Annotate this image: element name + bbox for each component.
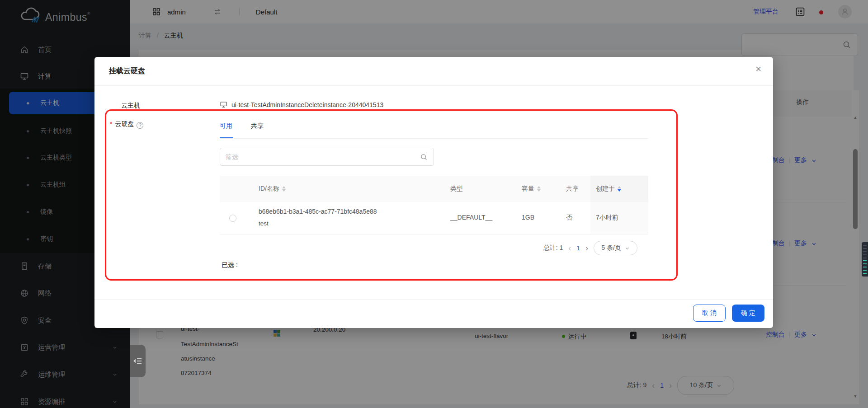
cancel-button[interactable]: 取消 — [693, 305, 726, 322]
modal-title: 挂载云硬盘 — [109, 66, 145, 76]
volume-filter-input-wrap — [220, 148, 434, 166]
volume-table-header: ID/名称 类型 容量 共享 创建于 — [220, 176, 648, 202]
tab-available[interactable]: 可用 — [220, 122, 232, 130]
column-size[interactable]: 容量 — [522, 185, 541, 193]
next-page-button[interactable]: › — [585, 244, 588, 252]
column-id-name[interactable]: ID/名称 — [259, 185, 286, 193]
monitor-icon — [220, 101, 227, 108]
required-mark: * — [110, 120, 112, 127]
feedback-tab[interactable] — [862, 242, 868, 277]
volume-id: b68eb6b1-b3a1-485c-ac77-71bfc48a5e88 — [259, 208, 377, 215]
instance-field-label: 云主机 — [121, 102, 140, 110]
column-shared: 共享 — [566, 185, 579, 193]
volume-type: __DEFAULT__ — [450, 214, 492, 221]
help-icon[interactable]: ? — [137, 122, 143, 129]
modal-footer-divider — [94, 299, 773, 300]
volume-shared: 否 — [566, 214, 572, 222]
disk-field-label: *云硬盘? — [110, 120, 143, 129]
prev-page-button[interactable]: ‹ — [568, 244, 571, 252]
column-created[interactable]: 创建于 — [596, 185, 621, 193]
page-size-select[interactable]: 5 条/页 — [594, 241, 637, 255]
close-icon[interactable]: × — [755, 64, 761, 74]
volume-filter-input[interactable] — [226, 149, 415, 165]
volume-pagination: 总计: 1 ‹ 1 › 5 条/页 — [220, 241, 637, 255]
attach-volume-modal: 挂载云硬盘 × 云主机 ui-test-TestAdminInstanceDel… — [94, 57, 773, 328]
current-page[interactable]: 1 — [576, 244, 580, 252]
chevron-down-icon — [625, 246, 630, 251]
modal-header: 挂载云硬盘 × — [94, 57, 773, 86]
column-type: 类型 — [450, 185, 463, 193]
volume-created: 7小时前 — [596, 214, 618, 222]
confirm-button[interactable]: 确定 — [732, 305, 764, 322]
tab-bottom-border — [220, 138, 648, 139]
sort-icon-active[interactable] — [618, 186, 621, 192]
tab-shared[interactable]: 共享 — [251, 122, 264, 130]
volume-name: test — [259, 220, 269, 227]
volume-size: 1GB — [522, 214, 534, 221]
collapse-panel-handle[interactable] — [130, 345, 146, 377]
app-root: Animbus® 首页 计算 ● 云主机 ● 云主机快照 ● 云主机类型 — [0, 0, 868, 408]
instance-field-value: ui-test-TestAdminInstanceDeleteinstance-… — [220, 101, 383, 108]
selected-label: 已选 : — [222, 261, 238, 269]
search-icon[interactable] — [420, 153, 428, 161]
volume-table-row[interactable]: b68eb6b1-b3a1-485c-ac77-71bfc48a5e88 tes… — [220, 202, 648, 234]
row-radio[interactable] — [229, 215, 236, 222]
sort-icon[interactable] — [282, 186, 286, 192]
pagination-total: 总计: 1 — [543, 244, 563, 252]
sort-icon[interactable] — [537, 186, 541, 192]
